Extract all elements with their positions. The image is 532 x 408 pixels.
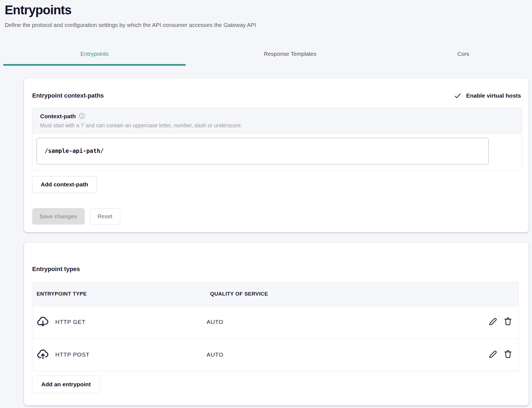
page-header: Entrypoints Define the protocol and conf… <box>0 0 532 29</box>
delete-entrypoint-button[interactable] <box>503 349 513 360</box>
table-row: HTTP GET AUTO <box>33 306 519 338</box>
tab-bar: Entrypoints Response Templates Cors <box>3 44 532 66</box>
context-path-panel: Context-path Must start with a '/' and c… <box>32 108 522 171</box>
context-paths-card-title: Entrypoint context-paths <box>32 92 104 99</box>
info-icon[interactable] <box>79 113 85 120</box>
entrypoint-types-card-title: Entrypoint types <box>24 242 529 273</box>
context-path-input[interactable] <box>37 138 489 164</box>
enable-virtual-hosts-label: Enable virtual hosts <box>466 92 521 99</box>
tab-cors-label: Cors <box>457 51 469 57</box>
quality-of-service-value: AUTO <box>207 319 453 325</box>
entrypoint-type-value: HTTP POST <box>55 351 90 358</box>
tab-response-templates-label: Response Templates <box>264 51 316 57</box>
form-actions: Save changes Reset <box>32 208 529 225</box>
entrypoint-types-card: Entrypoint types ENTRYPOINT TYPE QUALITY… <box>24 242 529 406</box>
entrypoint-types-table: ENTRYPOINT TYPE QUALITY OF SERVICE HTTP … <box>33 282 519 371</box>
edit-entrypoint-button[interactable] <box>488 349 498 360</box>
page-title: Entrypoints <box>5 3 526 17</box>
check-icon <box>454 92 462 100</box>
add-entrypoint-button[interactable]: Add an entrypoint <box>32 376 100 393</box>
pencil-icon <box>488 316 498 327</box>
entrypoint-type-value: HTTP GET <box>55 319 86 325</box>
context-path-panel-body <box>32 133 522 170</box>
cloud-download-icon <box>37 316 49 328</box>
column-header-entrypoint-type: ENTRYPOINT TYPE <box>33 291 207 297</box>
table-row: HTTP POST AUTO <box>33 338 519 371</box>
page-subtitle: Define the protocol and configuration se… <box>5 21 526 29</box>
context-path-panel-header: Context-path Must start with a '/' and c… <box>32 108 522 133</box>
tab-response-templates[interactable]: Response Templates <box>186 44 394 66</box>
tab-entrypoints-label: Entrypoints <box>80 51 109 57</box>
add-context-path-button[interactable]: Add context-path <box>32 176 97 193</box>
quality-of-service-value: AUTO <box>207 351 453 358</box>
context-path-hint: Must start with a '/' and can contain an… <box>40 122 514 129</box>
cloud-upload-icon <box>37 348 49 361</box>
save-changes-button[interactable]: Save changes <box>32 208 85 225</box>
edit-entrypoint-button[interactable] <box>488 316 498 327</box>
tab-entrypoints[interactable]: Entrypoints <box>3 44 186 66</box>
table-header-row: ENTRYPOINT TYPE QUALITY OF SERVICE <box>33 282 519 306</box>
column-header-quality-of-service: QUALITY OF SERVICE <box>207 291 453 297</box>
tab-cors[interactable]: Cors <box>394 44 532 66</box>
context-paths-card: Entrypoint context-paths Enable virtual … <box>24 78 529 232</box>
trash-icon <box>503 349 513 360</box>
context-paths-card-header: Entrypoint context-paths Enable virtual … <box>24 78 529 100</box>
reset-button[interactable]: Reset <box>90 208 120 225</box>
delete-entrypoint-button[interactable] <box>503 316 513 327</box>
context-path-label: Context-path <box>40 113 76 120</box>
enable-virtual-hosts-toggle[interactable]: Enable virtual hosts <box>454 92 521 100</box>
trash-icon <box>503 316 513 327</box>
pencil-icon <box>488 349 498 360</box>
